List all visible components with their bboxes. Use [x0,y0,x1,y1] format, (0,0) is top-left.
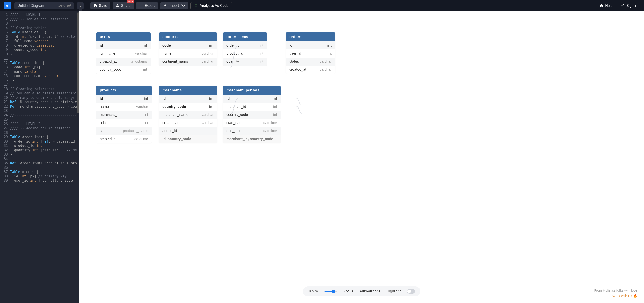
table-order_items[interactable]: order_itemsorder_idintproduct_idintquant… [223,32,267,66]
table-column[interactable]: merchant_idint [223,103,280,111]
help-label: Help [605,4,612,8]
export-label: Export [144,4,155,8]
save-button[interactable]: Save [90,2,110,10]
table-column[interactable]: country_codeint [96,66,150,74]
table-orders[interactable]: ordersidintuser_idintstatusvarcharcreate… [286,32,335,74]
table-column[interactable]: created atvarchar [159,119,217,127]
diagram-title: Untitled Diagram [18,4,44,8]
help-button[interactable]: Help [596,2,616,10]
table-header[interactable]: orders [286,32,335,42]
table-column[interactable]: end_datedatetime [223,127,280,135]
table-header[interactable]: countries [159,32,217,42]
focus-button[interactable]: Focus [344,289,353,294]
signin-label: Sign in [626,4,637,8]
table-column[interactable]: product_idint [223,50,267,58]
table-header[interactable]: merchants [159,86,217,95]
auto-arrange-button[interactable]: Auto-arrange [360,289,380,294]
analytics-label: Analytics As-Code [200,4,229,8]
app-logo[interactable] [4,2,11,10]
collapse-editor-handle[interactable] [79,2,82,11]
table-column[interactable]: idint [159,95,217,103]
highlight-label: Highlight [387,289,400,294]
table-index: merchant_id, country_code [223,135,280,143]
credits-line2[interactable]: Work with Us 🔥 [594,293,637,298]
table-users[interactable]: usersidintfull_namevarcharcreated_attime… [96,32,150,74]
table-header[interactable]: order_items [223,32,267,42]
table-column[interactable]: quantityint [223,58,267,66]
table-column[interactable]: namevarchar [159,50,217,58]
table-column[interactable]: merchant_idint [96,111,152,119]
diagram-canvas[interactable]: usersidintfull_namevarcharcreated_attime… [79,12,644,303]
canvas-controls: 109 % Focus Auto-arrange Highlight [303,286,420,296]
new-badge: New [127,0,134,3]
credits: From Holistics folks with love Work with… [594,288,637,298]
table-column[interactable]: merchant_namevarchar [159,111,217,119]
table-column[interactable]: created_atdatetime [96,135,152,143]
export-button[interactable]: Export [136,2,158,10]
unsaved-label: Unsaved [58,4,71,8]
import-label: Import [169,4,179,8]
table-index: id, country_code [159,135,217,143]
table-column[interactable]: user_idint [286,50,335,58]
highlight-toggle[interactable] [407,289,415,294]
table-header[interactable]: merchant_periods [223,86,280,95]
table-column[interactable]: idint [223,95,280,103]
diagram-title-group[interactable]: Untitled Diagram Unsaved [14,2,74,10]
code-editor[interactable]: 1234567891011121314151617181920212223242… [0,12,79,303]
signin-button[interactable]: Sign in [618,2,640,10]
line-gutter: 1234567891011121314151617181920212223242… [0,12,10,303]
credits-line1: From Holistics folks with love [594,288,637,293]
table-merchants[interactable]: merchantsidintcountry_codeintmerchant_na… [159,86,217,143]
table-column[interactable]: statusproducts_status [96,127,152,135]
share-label: Share [121,4,131,8]
table-countries[interactable]: countriescodeintnamevarcharcontinent_nam… [159,32,217,66]
share-button[interactable]: New Share [112,2,134,10]
table-column[interactable]: statusvarchar [286,58,335,66]
topbar: Untitled Diagram Unsaved Save New Share … [0,0,644,12]
table-column[interactable]: order_idint [223,42,267,50]
table-column[interactable]: country_codeint [223,111,280,119]
table-header[interactable]: users [96,32,150,42]
table-header[interactable]: products [96,86,152,95]
table-merchant_periods[interactable]: merchant_periodsidintmerchant_idintcount… [223,86,280,143]
editor-scrollbar[interactable] [77,12,79,303]
save-label: Save [99,4,107,8]
table-column[interactable]: idint [286,42,335,50]
zoom-value: 109 % [308,289,318,294]
table-column[interactable]: idint [96,42,150,50]
table-products[interactable]: productsidintnamevarcharmerchant_idintpr… [96,86,152,143]
table-column[interactable]: country_codeint [159,103,217,111]
zoom-slider[interactable] [325,291,337,292]
code-content[interactable]: //// -- LEVEL 1//// -- Tables and Refere… [10,12,77,303]
table-column[interactable]: created_atvarchar [286,66,335,74]
table-column[interactable]: continent_namevarchar [159,58,217,66]
table-column[interactable]: admin_idint [159,127,217,135]
table-column[interactable]: created_attimestamp [96,58,150,66]
table-column[interactable]: priceint [96,119,152,127]
table-column[interactable]: codeint [159,42,217,50]
analytics-button[interactable]: Analytics As-Code [190,2,232,10]
table-column[interactable]: full_namevarchar [96,50,150,58]
table-column[interactable]: idint [96,95,152,103]
import-button[interactable]: Import [160,2,188,10]
table-column[interactable]: namevarchar [96,103,152,111]
table-column[interactable]: start_datedatetime [223,119,280,127]
